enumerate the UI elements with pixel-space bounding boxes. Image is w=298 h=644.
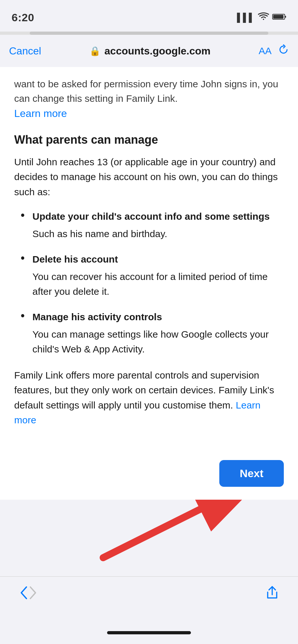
cancel-button[interactable]: Cancel [9,45,41,57]
battery-icon [272,13,286,23]
bullet-content-1: Update your child's account info and som… [33,210,284,242]
family-link-para: Family Link offers more parental control… [14,368,284,428]
button-area: Next [0,460,298,500]
svg-rect-2 [285,16,286,18]
home-indicator [107,631,191,634]
wifi-icon [258,12,269,23]
bullet-desc-1: Such as his name and birthday. [33,226,284,242]
share-button[interactable] [266,586,279,603]
bullet-title-2: Delete his account [33,253,284,266]
browser-nav [0,576,298,612]
section-body: Until John reaches 13 (or applicable age… [14,155,284,200]
next-button[interactable]: Next [219,460,284,487]
aa-button[interactable]: AA [259,45,272,56]
status-time: 6:20 [12,11,34,24]
lock-icon: 🔒 [89,46,101,56]
arrow-annotation [0,500,298,564]
svg-rect-1 [273,15,283,19]
bullet-title-1: Update your child's account info and som… [33,210,284,223]
bullet-content-3: Manage his activity controls You can man… [33,310,284,357]
url-bar: 🔒 accounts.google.com [48,45,252,57]
partial-top-text: want to be asked for permission every ti… [14,77,284,106]
bullet-dot-2: • [21,251,25,265]
learn-more-link-top[interactable]: Learn more [14,108,67,119]
content-area: want to be asked for permission every ti… [0,67,298,460]
bullet-title-3: Manage his activity controls [33,310,284,324]
browser-actions: AA [259,44,289,58]
refresh-button[interactable] [278,44,289,58]
nav-back-button[interactable] [19,586,28,603]
status-icons: ▌▌▌ [237,12,286,23]
family-link-text: Family Link offers more parental control… [14,370,274,410]
bullet-item-1: • Update your child's account info and s… [21,210,284,242]
bullet-item-2: • Delete his account You can recover his… [21,253,284,299]
svg-line-4 [103,509,200,558]
url-text: accounts.google.com [104,45,211,57]
bullet-item-3: • Manage his activity controls You can m… [21,310,284,357]
arrow-container [0,500,298,564]
bullet-list: • Update your child's account info and s… [21,210,284,357]
scroll-indicator [0,32,298,35]
bullet-desc-3: You can manage settings like how Google … [33,327,284,357]
status-bar: 6:20 ▌▌▌ [0,0,298,29]
bullet-content-2: Delete his account You can recover his a… [33,253,284,299]
browser-bar: Cancel 🔒 accounts.google.com AA [0,35,298,67]
bullet-dot-1: • [21,208,25,222]
section-heading: What parents can manage [14,132,284,148]
signal-icon: ▌▌▌ [237,13,255,23]
scroll-indicator-bar [30,32,268,35]
bullet-desc-2: You can recover his account for a limite… [33,269,284,299]
bullet-dot-3: • [21,309,25,322]
nav-forward-button[interactable] [28,586,37,603]
